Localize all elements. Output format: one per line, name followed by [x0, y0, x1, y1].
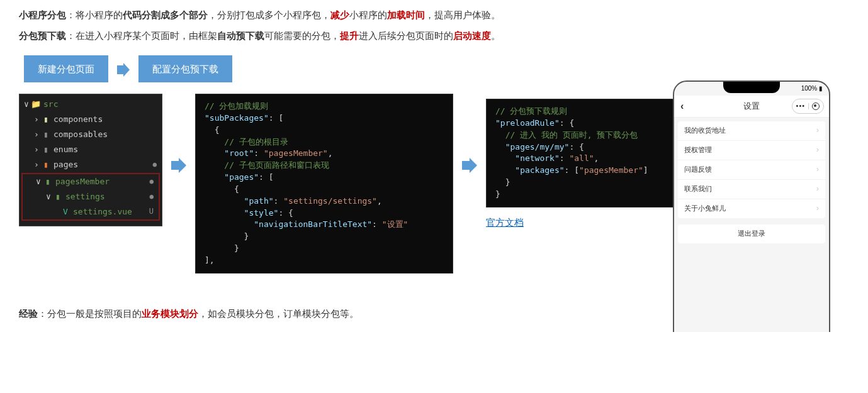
- tree-label: settings: [65, 189, 105, 204]
- modified-dot-icon: ●: [152, 158, 157, 171]
- text: 。: [491, 30, 500, 41]
- tree-item-src[interactable]: ∨ 📁 src: [20, 97, 162, 112]
- chevron-right-icon: ›: [816, 124, 819, 138]
- phone-notch: [723, 82, 780, 93]
- back-icon[interactable]: ‹: [680, 97, 684, 116]
- text: ，提高用户体验。: [425, 9, 500, 20]
- tree-label: enums: [54, 142, 78, 157]
- tree-item-pages[interactable]: › ▮ pages ●: [20, 157, 162, 172]
- list-item[interactable]: 联系我们›: [678, 180, 825, 199]
- battery-icon: ▮: [819, 83, 823, 94]
- chevron-right-icon: ›: [816, 202, 819, 216]
- keyword: 代码分割成多个部分: [123, 9, 208, 20]
- svg-marker-2: [462, 158, 477, 173]
- text: ，如会员模块分包，订单模块分包等。: [198, 308, 359, 319]
- battery-text: 100%: [801, 83, 818, 94]
- list-item[interactable]: 我的收货地址›: [678, 121, 825, 141]
- list-item[interactable]: 授权管理›: [678, 141, 825, 160]
- tree-item-settings[interactable]: ∨ ▮ settings ●: [23, 189, 159, 204]
- text: 小程序的: [349, 9, 387, 20]
- arrow-right-icon: [167, 94, 190, 179]
- step-1-button: 新建分包页面: [24, 55, 108, 82]
- highlight: 业务模块划分: [142, 308, 198, 319]
- highlight: 提升: [340, 30, 359, 41]
- tree-item-components[interactable]: › ▮ components: [20, 112, 162, 127]
- text: ：分包一般是按照项目的: [38, 308, 142, 319]
- target-icon: [812, 102, 820, 110]
- highlight: 减少: [330, 9, 349, 20]
- list-item[interactable]: 问题反馈›: [678, 160, 825, 180]
- capsule-button[interactable]: ••• |: [792, 99, 824, 114]
- tree-item-pagesmember[interactable]: ∨ ▮ pagesMember ●: [23, 174, 159, 189]
- list-item[interactable]: 关于小兔鲜儿›: [678, 199, 825, 218]
- tree-label: src: [43, 97, 58, 111]
- step-2-button: 配置分包预下载: [138, 55, 232, 82]
- code-preloadrule: // 分包预下载规则 "preloadRule": { // 进入 我的 页面时…: [486, 99, 687, 208]
- folder-icon: ▮: [41, 112, 51, 126]
- keyword: 自动预下载: [217, 30, 264, 41]
- tree-label: composables: [54, 127, 108, 141]
- tree-label: pagesMember: [55, 174, 110, 189]
- phone-mockup: 100% ▮ ‹ 设置 ••• | 我的收货地址› 授权管理› 问题反馈› 联系…: [673, 80, 830, 332]
- folder-icon: ▮: [41, 157, 51, 172]
- step-row: 新建分包页面 配置分包预下载: [24, 55, 849, 82]
- folder-icon: ▮: [43, 174, 53, 189]
- chevron-right-icon: ›: [816, 182, 819, 196]
- tree-item-enums[interactable]: › ▮ enums: [20, 142, 162, 157]
- text: 进入后续分包页面时的: [359, 30, 453, 41]
- paragraph-preload: 分包预下载：在进入小程序某个页面时，由框架自动预下载可能需要的分包，提升进入后续…: [19, 27, 849, 44]
- keyword: 小程序分包: [19, 9, 66, 20]
- official-docs-link[interactable]: 官方文档: [486, 214, 524, 231]
- tree-item-settings-vue[interactable]: V settings.vue U: [23, 204, 159, 219]
- logout-button[interactable]: 退出登录: [678, 224, 825, 243]
- text: ：在进入小程序某个页面时，由框架: [66, 30, 217, 41]
- phone-header: ‹ 设置 ••• |: [674, 96, 829, 118]
- highlight: 加载时间: [387, 9, 425, 20]
- modified-dot-icon: ●: [149, 191, 154, 203]
- tree-label: settings.vue: [73, 204, 132, 219]
- highlighted-frame: ∨ ▮ pagesMember ● ∨ ▮ settings ● V setti…: [21, 173, 160, 221]
- code-subpackages: // 分包加载规则 "subPackages": [ { // 子包的根目录 "…: [195, 94, 453, 274]
- vue-file-icon: V: [60, 204, 70, 219]
- keyword: 经验: [19, 308, 38, 319]
- svg-marker-0: [117, 63, 130, 77]
- chevron-right-icon: ›: [816, 163, 819, 177]
- svg-marker-1: [171, 158, 186, 173]
- tree-label: pages: [54, 157, 78, 172]
- folder-icon: ▮: [53, 189, 63, 204]
- phone-title: 设置: [743, 99, 760, 113]
- text: ，分别打包成多个小程序包，: [208, 9, 330, 20]
- untracked-badge: U: [149, 205, 154, 219]
- paragraph-subpackage: 小程序分包：将小程序的代码分割成多个部分，分别打包成多个小程序包，减少小程序的加…: [19, 6, 849, 23]
- text: 可能需要的分包，: [264, 30, 340, 41]
- folder-icon: 📁: [31, 97, 41, 111]
- modified-dot-icon: ●: [149, 175, 154, 188]
- more-icon: •••: [796, 100, 806, 113]
- keyword: 分包预下载: [19, 30, 66, 41]
- chevron-right-icon: ›: [816, 143, 819, 157]
- phone-menu-list: 我的收货地址› 授权管理› 问题反馈› 联系我们› 关于小兔鲜儿›: [678, 121, 825, 218]
- arrow-right-icon: [458, 94, 481, 179]
- highlight: 启动速度: [453, 30, 491, 41]
- tree-item-composables[interactable]: › ▮ composables: [20, 127, 162, 142]
- tree-label: components: [54, 112, 103, 126]
- text: ：将小程序的: [66, 9, 123, 20]
- file-explorer: ∨ 📁 src › ▮ components › ▮ composables ›…: [19, 94, 162, 226]
- folder-icon: ▮: [41, 142, 51, 157]
- arrow-right-icon: [116, 62, 131, 77]
- folder-icon: ▮: [41, 127, 51, 141]
